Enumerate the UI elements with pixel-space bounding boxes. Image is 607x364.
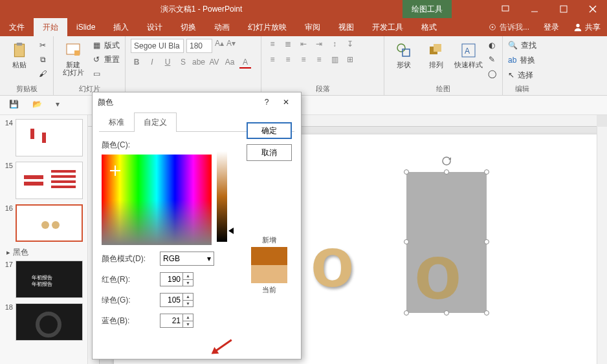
tab-view[interactable]: 视图 — [329, 18, 363, 36]
case-button[interactable]: Aa — [224, 57, 236, 69]
handle-sw[interactable] — [404, 310, 409, 316]
select-button[interactable]: ↖选择 — [508, 69, 536, 81]
save-icon[interactable]: 💾 — [9, 100, 21, 111]
tab-format[interactable]: 格式 — [412, 18, 446, 36]
color-cursor-icon[interactable] — [112, 167, 118, 174]
cut-button[interactable]: ✂ — [38, 39, 48, 52]
red-up-icon[interactable]: ▲ — [183, 273, 193, 280]
section-button[interactable]: ▭ — [91, 67, 120, 80]
underline-button[interactable]: U — [162, 57, 173, 69]
thumb-15[interactable]: 15 — [3, 162, 85, 199]
strike-button[interactable]: S — [177, 57, 189, 69]
reset-button[interactable]: ↺重置 — [91, 53, 120, 66]
handle-e[interactable] — [484, 239, 489, 244]
tab-design[interactable]: 设计 — [138, 18, 171, 36]
numbering-button[interactable]: ≣ — [282, 39, 294, 50]
blue-up-icon[interactable]: ▲ — [183, 314, 193, 321]
ribbon-options-icon[interactable] — [491, 0, 520, 18]
indent-inc-button[interactable]: ⇥ — [313, 39, 325, 50]
tab-custom[interactable]: 自定义 — [134, 112, 177, 132]
login-button[interactable]: 登录 — [536, 22, 567, 33]
red-spinner[interactable]: ▲▼ — [160, 272, 193, 286]
green-down-icon[interactable]: ▼ — [183, 301, 193, 307]
dialog-close-icon[interactable]: ✕ — [276, 94, 296, 110]
shape-effects-button[interactable]: ◯ — [487, 67, 497, 80]
dialog-help-icon[interactable]: ? — [257, 94, 276, 110]
red-down-icon[interactable]: ▼ — [183, 280, 193, 286]
blue-down-icon[interactable]: ▼ — [183, 321, 193, 328]
text-direction-button[interactable]: ↧ — [344, 39, 356, 50]
green-input[interactable] — [160, 294, 182, 306]
thumb-18[interactable]: 18 — [3, 303, 85, 341]
columns-button[interactable]: ▥ — [329, 54, 340, 66]
format-painter-button[interactable]: 🖌 — [38, 67, 48, 80]
font-color-button[interactable]: A — [239, 57, 251, 69]
copy-button[interactable]: ⧉ — [38, 53, 48, 66]
scrollbar-vertical[interactable] — [597, 127, 607, 364]
blue-spinner[interactable]: ▲▼ — [160, 314, 193, 328]
handle-n[interactable] — [444, 169, 449, 175]
close-icon[interactable] — [578, 0, 607, 18]
find-button[interactable]: 🔍查找 — [508, 39, 536, 52]
shadow-button[interactable]: abe — [193, 57, 204, 69]
tell-me-search[interactable]: 告诉我... — [481, 22, 536, 33]
tab-review[interactable]: 审阅 — [296, 18, 329, 36]
green-up-icon[interactable]: ▲ — [183, 294, 193, 301]
justify-button[interactable]: ≡ — [313, 54, 325, 66]
shape-fill-button[interactable]: ◐ — [487, 39, 497, 52]
new-slide-button[interactable]: 新建 幻灯片 — [59, 39, 87, 76]
handle-se[interactable] — [484, 310, 489, 316]
selected-textbox[interactable]: o — [395, 155, 498, 317]
replace-button[interactable]: ab替换 — [508, 54, 536, 67]
thumb-17[interactable]: 17 年初报告年初报告 — [3, 261, 85, 298]
font-size-combo[interactable]: 180 — [186, 39, 212, 53]
tab-standard[interactable]: 标准 — [99, 112, 134, 132]
layout-button[interactable]: ▦版式 — [91, 39, 120, 52]
share-button[interactable]: 共享 — [567, 22, 607, 33]
tab-islide[interactable]: iSlide — [67, 18, 104, 36]
line-spacing-button[interactable]: ↕ — [329, 39, 340, 50]
tab-slideshow[interactable]: 幻灯片放映 — [239, 18, 296, 36]
align-center-button[interactable]: ≡ — [282, 54, 294, 66]
more-icon[interactable]: ▾ — [56, 100, 67, 111]
shape-outline-button[interactable]: ✎ — [487, 53, 497, 66]
section-label[interactable]: ▸ 黑色 — [6, 247, 85, 258]
maximize-icon[interactable] — [549, 0, 578, 18]
bullets-button[interactable]: ≡ — [267, 39, 278, 50]
luminance-strip[interactable] — [217, 151, 227, 242]
luminance-arrow-icon[interactable] — [228, 228, 234, 234]
shape-letter-o-left[interactable]: o — [311, 226, 354, 297]
handle-nw[interactable] — [404, 169, 409, 175]
green-spinner[interactable]: ▲▼ — [160, 293, 193, 307]
align-right-button[interactable]: ≡ — [298, 54, 309, 66]
spacing-button[interactable]: AV — [208, 57, 220, 69]
increase-font-icon[interactable]: A▴ — [215, 39, 224, 53]
align-left-button[interactable]: ≡ — [267, 54, 278, 66]
color-field[interactable] — [102, 155, 212, 245]
dialog-titlebar[interactable]: 颜色 ? ✕ — [93, 92, 301, 112]
tab-insert[interactable]: 插入 — [104, 18, 138, 36]
color-mode-select[interactable]: RGB ▾ — [160, 252, 214, 266]
paste-button[interactable]: 粘贴 — [5, 39, 34, 69]
tab-transitions[interactable]: 切换 — [171, 18, 205, 36]
shapes-button[interactable]: 形状 — [390, 39, 418, 69]
indent-dec-button[interactable]: ⇤ — [298, 39, 309, 50]
minimize-icon[interactable] — [520, 0, 549, 18]
handle-ne[interactable] — [484, 169, 489, 175]
italic-button[interactable]: I — [146, 57, 158, 69]
thumb-16[interactable]: 16 — [3, 204, 85, 242]
quick-styles-button[interactable]: A 快速样式 — [454, 39, 483, 69]
arrange-button[interactable]: 排列 — [422, 39, 450, 69]
blue-input[interactable] — [160, 314, 182, 327]
thumb-14[interactable]: 14 — [3, 119, 85, 156]
handle-w[interactable] — [404, 239, 409, 244]
open-icon[interactable]: 📂 — [32, 100, 44, 111]
bold-button[interactable]: B — [131, 57, 142, 69]
font-name-combo[interactable]: Segoe UI Bla — [131, 39, 184, 53]
decrease-font-icon[interactable]: A▾ — [226, 39, 236, 53]
smartart-button[interactable]: ⊞ — [344, 54, 356, 66]
tab-animations[interactable]: 动画 — [205, 18, 239, 36]
tab-file[interactable]: 文件 — [0, 18, 34, 36]
red-input[interactable] — [160, 273, 182, 286]
tab-developer[interactable]: 开发工具 — [363, 18, 412, 36]
